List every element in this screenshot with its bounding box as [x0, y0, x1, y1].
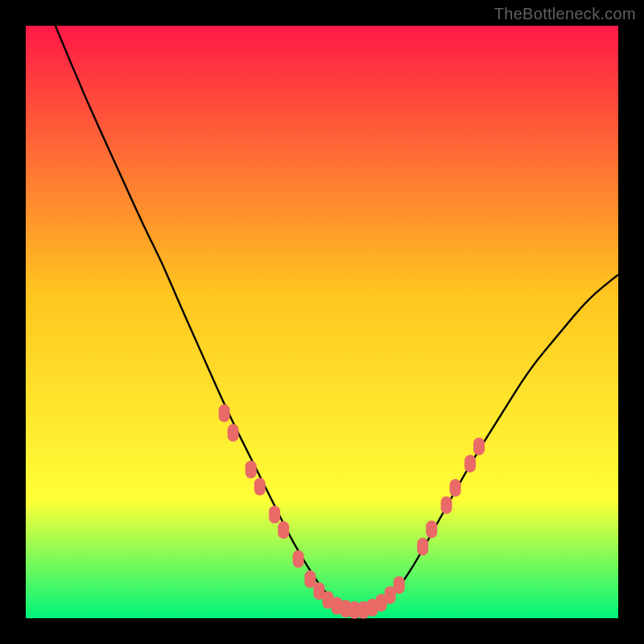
curve-marker	[417, 538, 428, 555]
curve-marker	[293, 550, 304, 568]
bottleneck-chart: TheBottleneck.com	[0, 0, 644, 644]
curve-marker	[269, 506, 280, 523]
plot-area	[26, 26, 618, 618]
curve-marker	[219, 404, 230, 422]
curve-marker	[473, 438, 485, 456]
curve-marker	[426, 521, 437, 539]
curve-marker	[278, 521, 289, 539]
curve-marker	[246, 460, 257, 478]
curve-marker	[228, 424, 239, 442]
chart-svg	[0, 0, 644, 644]
curve-marker	[450, 479, 461, 497]
curve-marker	[254, 478, 266, 496]
curve-marker	[464, 455, 476, 473]
curve-marker	[441, 496, 452, 514]
attribution-text: TheBottleneck.com	[494, 5, 636, 23]
curve-marker	[394, 576, 405, 594]
